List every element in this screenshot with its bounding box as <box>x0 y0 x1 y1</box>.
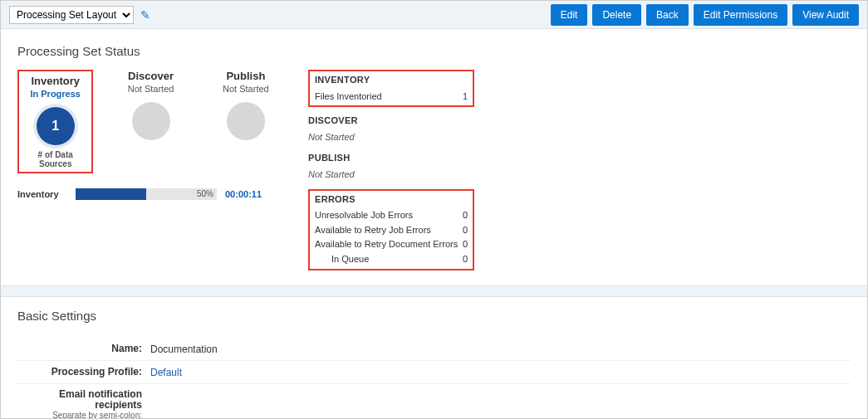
details-header: ERRORS <box>315 192 468 207</box>
setting-value-name: Documentation <box>150 343 851 355</box>
err-in-queue-value: 0 <box>463 252 468 267</box>
details-header: DISCOVER <box>308 114 474 129</box>
err-avail-doc-value: 0 <box>463 237 468 252</box>
phase-publish: Publish Not Started <box>208 70 283 140</box>
view-audit-button[interactable]: View Audit <box>792 4 859 26</box>
phase-title: Inventory <box>22 75 88 87</box>
progress-fill <box>76 188 146 200</box>
err-in-queue-label: In Queue <box>331 252 369 267</box>
phase-subtitle: Not Started <box>208 84 283 94</box>
status-title: Processing Set Status <box>17 44 851 58</box>
edit-layout-icon[interactable]: ✎ <box>140 8 150 22</box>
details-header: PUBLISH <box>308 151 474 166</box>
details-inventory: INVENTORY Files Inventoried 1 <box>308 70 474 107</box>
details-errors: ERRORS Unresolvable Job Errors 0 Availab… <box>308 189 474 270</box>
layout-select[interactable]: Processing Set Layout <box>9 6 134 24</box>
progress-percent: 50% <box>197 188 213 200</box>
setting-row-name: Name: Documentation <box>17 338 851 361</box>
progress-bar: 50% <box>76 188 217 200</box>
status-section: Processing Set Status Inventory In Progr… <box>1 29 867 285</box>
phase-discover: Discover Not Started <box>113 70 188 140</box>
setting-label: Email notification recipients Separate b… <box>17 389 150 419</box>
phase-title: Publish <box>208 70 283 82</box>
settings-title: Basic Settings <box>17 309 851 323</box>
err-avail-job-value: 0 <box>463 223 468 238</box>
setting-label-sub: Separate by semi-colon: <box>17 411 142 419</box>
details-header: INVENTORY <box>315 73 468 88</box>
files-inventoried-value: 1 <box>463 90 468 105</box>
edit-button[interactable]: Edit <box>551 4 588 26</box>
files-inventoried-label: Files Inventoried <box>315 90 382 105</box>
details-publish: PUBLISH Not Started <box>308 151 474 182</box>
inventory-progress-row: Inventory 50% 00:00:11 <box>17 188 283 200</box>
progress-elapsed: 00:00:11 <box>225 189 262 199</box>
setting-value-email <box>150 389 851 390</box>
basic-settings-section: Basic Settings Name: Documentation Proce… <box>1 297 867 419</box>
progress-label: Inventory <box>17 189 67 199</box>
setting-row-profile: Processing Profile: Default <box>17 361 851 384</box>
phase-title: Discover <box>113 70 188 82</box>
err-unresolvable-label: Unresolvable Job Errors <box>315 208 413 223</box>
phase-circle-inventory: 1 <box>37 107 75 145</box>
details-status: Not Started <box>308 168 474 183</box>
phase-subtitle: In Progress <box>22 89 88 99</box>
details-discover: DISCOVER Not Started <box>308 114 474 144</box>
setting-label: Processing Profile: <box>17 366 150 378</box>
err-avail-doc-label: Available to Retry Document Errors <box>315 237 458 252</box>
top-bar: Processing Set Layout ✎ Edit Delete Back… <box>1 1 867 29</box>
back-button[interactable]: Back <box>646 4 689 26</box>
phase-circle-publish <box>227 102 265 140</box>
status-details: INVENTORY Files Inventoried 1 DISCOVER N… <box>308 70 474 277</box>
action-buttons: Edit Delete Back Edit Permissions View A… <box>551 4 859 26</box>
section-divider <box>1 285 867 297</box>
phase-caption: # of Data Sources <box>22 150 88 168</box>
phases-area: Inventory In Progress 1 # of Data Source… <box>17 70 283 200</box>
phase-subtitle: Not Started <box>113 84 188 94</box>
setting-label-main: Email notification recipients <box>59 388 142 411</box>
setting-row-email: Email notification recipients Separate b… <box>17 384 851 419</box>
delete-button[interactable]: Delete <box>592 4 641 26</box>
err-unresolvable-value: 0 <box>463 208 468 223</box>
setting-label: Name: <box>17 343 150 354</box>
details-status: Not Started <box>308 130 474 145</box>
phase-circle-value: 1 <box>51 119 59 134</box>
processing-profile-link[interactable]: Default <box>150 367 182 378</box>
err-avail-job-label: Available to Retry Job Errors <box>315 223 431 238</box>
phase-circle-discover <box>132 102 170 140</box>
edit-permissions-button[interactable]: Edit Permissions <box>694 4 787 26</box>
phase-inventory: Inventory In Progress 1 # of Data Source… <box>17 70 93 173</box>
